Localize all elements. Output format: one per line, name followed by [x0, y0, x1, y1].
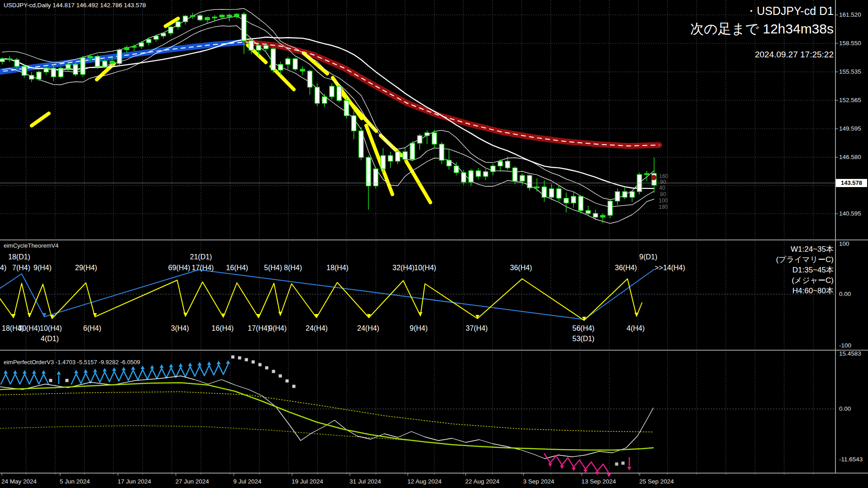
- cycle-count-label: 9(H4): [33, 264, 52, 272]
- date-axis-label: 17 Jun 2024: [118, 478, 151, 485]
- cycle-count-label: 8(H4): [284, 264, 302, 272]
- cycle-count-label: 4(D1): [41, 335, 59, 343]
- price-axis-label: 149.595: [839, 125, 861, 132]
- cycle-count-label: 17(H4): [192, 264, 214, 272]
- date-axis-label: 25 Sep 2024: [639, 478, 674, 485]
- date-axis-label: 13 Sep 2024: [581, 478, 616, 485]
- pip-distance-label: 100: [659, 197, 668, 204]
- chart-title: USDJPY-cd,Daily 144.817 146.492 142.786 …: [4, 2, 146, 9]
- cycle-count-label: 29(H4): [75, 264, 97, 272]
- cycle-guide-line: (プライマリーC): [776, 254, 834, 265]
- cycle-count-label: 4): [0, 264, 6, 272]
- price-axis-label: 161.520: [839, 11, 861, 18]
- cycle-count-label: 9(H4): [410, 324, 428, 333]
- price-axis-label: 146.580: [839, 154, 861, 160]
- date-axis-label: 3 Sep 2024: [523, 478, 554, 485]
- po-axis-label: 15.4583: [839, 350, 861, 357]
- price-axis-label: 158.550: [839, 40, 861, 47]
- cycle-count-label: 32(H4): [392, 264, 415, 272]
- date-axis-label: 5 Jun 2024: [60, 478, 90, 485]
- cycle-count-label: 21(D1): [190, 253, 212, 261]
- cycle-count-label: 3(H4): [171, 324, 189, 333]
- date-axis-label: 19 Jul 2024: [292, 478, 323, 485]
- indicator-po-title: eimPerfectOrderV3: [4, 359, 54, 366]
- cycle-guide-text: W1:24~35本(プライマリーC)D1:35~45本(メジャーC)H4:60~…: [776, 244, 834, 296]
- date-axis-label: 12 Aug 2024: [407, 478, 442, 485]
- cycle-count-label: 5(H4): [264, 264, 282, 272]
- cycle-count-label: 6(H4): [83, 324, 101, 333]
- indicator-cycle-name: eimCycleTheoremV4: [4, 242, 58, 249]
- date-axis-label: 27 Jun 2024: [175, 478, 209, 485]
- cycle-count-label: 36(H4): [615, 264, 637, 272]
- cycle-guide-line: H4:60~80本: [776, 286, 834, 296]
- pip-distance-label: 40: [659, 185, 665, 191]
- candle-countdown: 次の足まで 12h34m38s: [690, 20, 834, 38]
- mt4-chart-window: USDJPY-cd,Daily 144.817 146.492 142.786 …: [0, 0, 868, 488]
- current-price-marker: 143.578: [836, 179, 867, 187]
- indicator-po-name: eimPerfectOrderV3 -1.4703 -5.5157 -9.928…: [4, 359, 140, 366]
- cycle-count-label: 9(D1): [639, 253, 657, 261]
- cycle-guide-line: D1:35~45本: [776, 265, 834, 275]
- cycle-count-label: 16(H4): [226, 264, 248, 272]
- pip-distance-label: 80: [660, 191, 666, 197]
- price-axis-label: 155.535: [839, 68, 861, 75]
- date-axis-label: 9 Jul 2024: [233, 478, 261, 485]
- cycle-count-label: 17(H4): [248, 324, 270, 333]
- cycle-count-label: 24(H4): [357, 324, 379, 333]
- cycle-count-label: 7(H4): [12, 264, 30, 272]
- overlay-symbol-label: ・USDJPY-cd D1: [745, 4, 834, 19]
- cycle-count-label: 9(H4): [269, 324, 287, 333]
- cycle-count-label: 18(D1): [8, 253, 30, 261]
- po-axis-label: -11.6543: [839, 456, 863, 463]
- cycle-count-label: 4(H4): [627, 324, 645, 333]
- cycle-count-label: >>14(H4): [655, 264, 685, 272]
- cycle-guide-line: W1:24~35本: [776, 244, 834, 254]
- pip-distance-label: 180: [659, 204, 668, 210]
- date-axis-label: 22 Aug 2024: [465, 478, 500, 485]
- cycle-count-label: 30(H4): [18, 324, 40, 333]
- server-time: 2024.09.27 17:25:22: [755, 50, 834, 60]
- cycle-count-label: 24(H4): [306, 324, 328, 333]
- po-axis-label: 0.00: [839, 405, 851, 412]
- cycle-count-label: 56(H4): [572, 324, 594, 333]
- cycle-guide-line: (メジャーC): [776, 275, 834, 286]
- date-axis-label: 31 Jul 2024: [349, 478, 381, 485]
- cycle-axis-label: 0.00: [839, 291, 851, 297]
- price-axis-label: 152.565: [839, 97, 861, 103]
- cycle-count-label: 18(H4): [326, 264, 349, 272]
- cycle-count-label: 10(H4): [414, 264, 436, 272]
- cycle-count-label: 10(H4): [40, 324, 62, 333]
- price-axis-label: 140.595: [839, 210, 861, 217]
- cycle-count-label: 53(D1): [572, 335, 594, 343]
- date-axis-label: 24 May 2024: [1, 478, 37, 485]
- indicator-po-values: -1.4703 -5.5157 -9.9282 -6.0509: [56, 359, 140, 366]
- cycle-count-label: 37(H4): [466, 324, 488, 333]
- chart-canvas[interactable]: [0, 0, 868, 488]
- cycle-count-label: 69(H4): [168, 264, 190, 272]
- cycle-count-label: 16(H4): [212, 324, 234, 333]
- cycle-axis-label: 100: [839, 240, 849, 247]
- cycle-count-label: 36(H4): [510, 264, 532, 272]
- pip-distance-label: 90: [660, 179, 666, 185]
- pip-distance-label: 160: [659, 173, 668, 179]
- cycle-axis-label: -100: [839, 342, 851, 349]
